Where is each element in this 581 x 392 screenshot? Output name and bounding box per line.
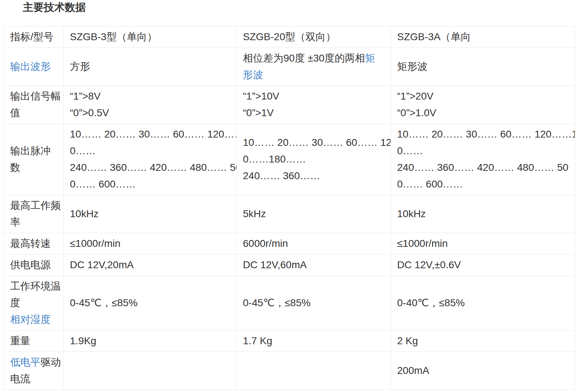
- page-title: 主要技术数据: [0, 0, 581, 14]
- environment-label-line1: 工作环境温: [10, 278, 57, 295]
- max-freq-szgb3a-value: 10kHz: [391, 195, 575, 233]
- table-row-environment: 工作环境温 度 相对湿度 0-45℃，≤85% 0-45℃，≤85% 0-40℃…: [4, 276, 575, 330]
- page: 主要技术数据 指标/型号 SZGB-3型（单向） SZGB-20型（双向） SZ…: [0, 0, 581, 392]
- header-indicator-model: 指标/型号: [4, 26, 64, 48]
- power-szgb3a-value: DC 12V,±0.6V: [391, 254, 575, 276]
- pulse-szgb20-line1: 10…… 20…… 30…… 60…… 12: [243, 134, 384, 151]
- amplitude-label-cell: 输出信号幅 值: [4, 86, 64, 124]
- drive-current-szgb3-value: [64, 352, 237, 390]
- amplitude-szgb3a-high: “1”>20V: [397, 88, 569, 105]
- max-freq-label-line1: 最高工作频: [10, 197, 57, 214]
- drive-current-label-cell: 低电平驱动 电流: [4, 352, 64, 390]
- table-row-weight: 重量 1.9Kg 1.7 Kg 2 Kg: [4, 330, 575, 352]
- pulse-szgb20-value: 10…… 20…… 30…… 60…… 12 0……180…… 240…… 36…: [237, 124, 391, 195]
- amplitude-szgb20-low: “0”>1V: [243, 105, 384, 121]
- pulse-szgb3-line1: 10…… 20…… 30…… 60…… 120……18: [70, 126, 230, 143]
- environment-label-line2: 度: [10, 295, 57, 311]
- table-row-drive-current: 低电平驱动 电流 200mA: [4, 352, 575, 390]
- amplitude-szgb3-high: “1”>8V: [70, 88, 230, 105]
- table-row-power-supply: 供电电源 DC 12V,20mA DC 12V,60mA DC 12V,±0.6…: [4, 254, 575, 276]
- amplitude-szgb3a-low: “0”>1.0V: [397, 105, 569, 121]
- table-row-pulse-count: 输出脉冲数 10…… 20…… 30…… 60…… 120……18 0…… 24…: [4, 124, 575, 195]
- waveform-szgb3-value: 方形: [64, 48, 237, 86]
- power-label-cell: 供电电源: [4, 254, 64, 276]
- environment-szgb3a-value: 0-40℃，≤85%: [391, 276, 575, 330]
- max-speed-label-cell: 最高转速: [4, 233, 64, 254]
- amplitude-szgb3-low: “0”>0.5V: [70, 105, 230, 121]
- amplitude-szgb3-value: “1”>8V “0”>0.5V: [64, 86, 237, 124]
- power-szgb20-value: DC 12V,60mA: [237, 254, 391, 276]
- max-freq-szgb20-value: 5kHz: [237, 195, 391, 233]
- relative-humidity-link[interactable]: 相对湿度: [10, 314, 51, 325]
- header-szgb3: SZGB-3型（单向）: [64, 26, 237, 48]
- weight-label-cell: 重量: [4, 330, 64, 352]
- low-level-link[interactable]: 低电平: [10, 357, 41, 368]
- drive-current-szgb3a-value: 200mA: [391, 352, 575, 390]
- drive-current-label-rest: 驱动: [41, 357, 61, 368]
- table-row-amplitude: 输出信号幅 值 “1”>8V “0”>0.5V “1”>10V “0”>1V “…: [4, 86, 575, 124]
- pulse-szgb20-line3: 240…… 360……: [243, 168, 384, 184]
- max-freq-szgb3-value: 10kHz: [64, 195, 237, 233]
- spec-table: 指标/型号 SZGB-3型（单向） SZGB-20型（双向） SZGB-3A（单…: [4, 26, 575, 390]
- drive-current-label-line2: 电流: [10, 371, 57, 387]
- header-szgb20: SZGB-20型（双向）: [237, 26, 391, 48]
- waveform-label-link[interactable]: 输出波形: [10, 61, 51, 72]
- waveform-szgb20-text: 相位差为90度 ±30度的两相: [243, 52, 365, 64]
- weight-szgb20-value: 1.7 Kg: [237, 330, 391, 352]
- pulse-szgb3a-line4: 0…… 600……: [397, 176, 569, 193]
- waveform-szgb3a-value: 矩形波: [391, 48, 575, 86]
- header-szgb3a: SZGB-3A（单向: [391, 26, 575, 48]
- max-freq-label-cell: 最高工作频 率: [4, 195, 64, 233]
- max-speed-szgb3-value: ≤1000r/min: [64, 233, 237, 254]
- max-speed-szgb3a-value: ≤1000r/min: [391, 233, 575, 254]
- pulse-szgb3-line2: 0……: [70, 143, 230, 159]
- weight-szgb3-value: 1.9Kg: [64, 330, 237, 352]
- environment-label-cell: 工作环境温 度 相对湿度: [4, 276, 64, 330]
- waveform-label-cell: 输出波形: [4, 48, 64, 86]
- amplitude-szgb20-value: “1”>10V “0”>1V: [237, 86, 391, 124]
- pulse-szgb3a-line2: 0……: [397, 143, 569, 159]
- waveform-szgb20-value: 相位差为90度 ±30度的两相矩形波: [237, 48, 391, 86]
- power-szgb3-value: DC 12V,20mA: [64, 254, 237, 276]
- amplitude-szgb20-high: “1”>10V: [243, 88, 384, 105]
- weight-szgb3a-value: 2 Kg: [391, 330, 575, 352]
- pulse-szgb3-line4: 0…… 600……: [70, 176, 230, 193]
- pulse-szgb3a-value: 10…… 20…… 30…… 60…… 120……18 0…… 240…… 36…: [391, 124, 575, 195]
- drive-current-szgb20-value: [237, 352, 391, 390]
- pulse-szgb3-line3: 240…… 360…… 420…… 480…… 50: [70, 159, 230, 176]
- max-speed-szgb20-value: 6000r/min: [237, 233, 391, 254]
- pulse-szgb3a-line1: 10…… 20…… 30…… 60…… 120……18: [397, 126, 569, 143]
- amplitude-label-line1: 输出信号幅: [10, 88, 57, 105]
- max-freq-label-line2: 率: [10, 214, 57, 231]
- table-row-max-frequency: 最高工作频 率 10kHz 5kHz 10kHz: [4, 195, 575, 233]
- table-row-waveform: 输出波形 方形 相位差为90度 ±30度的两相矩形波 矩形波: [4, 48, 575, 86]
- amplitude-label-line2: 值: [10, 105, 57, 121]
- pulse-szgb20-line2: 0……180……: [243, 151, 384, 168]
- environment-szgb20-value: 0-45℃，≤85%: [237, 276, 391, 330]
- environment-szgb3-value: 0-45℃，≤85%: [64, 276, 237, 330]
- table-row-max-speed: 最高转速 ≤1000r/min 6000r/min ≤1000r/min: [4, 233, 575, 254]
- amplitude-szgb3a-value: “1”>20V “0”>1.0V: [391, 86, 575, 124]
- table-row-header: 指标/型号 SZGB-3型（单向） SZGB-20型（双向） SZGB-3A（单…: [4, 26, 575, 48]
- pulse-label-cell: 输出脉冲数: [4, 124, 64, 195]
- pulse-szgb3a-line3: 240…… 360…… 420…… 480…… 50: [397, 159, 569, 176]
- pulse-szgb3-value: 10…… 20…… 30…… 60…… 120……18 0…… 240…… 36…: [64, 124, 237, 195]
